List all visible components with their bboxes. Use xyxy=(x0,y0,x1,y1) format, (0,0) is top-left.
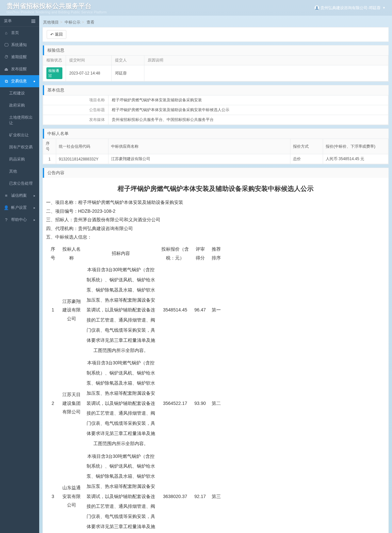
back-panel: ↶ 返回 xyxy=(42,27,389,42)
cell: 第二 xyxy=(208,357,224,450)
cell: 本项目含3台30吨燃气锅炉（含控制系统）、锅炉送风机、锅炉给水泵、锅炉除氧器及水… xyxy=(83,450,158,533)
menu-toggle-icon[interactable] xyxy=(31,20,35,23)
submenu-item-7[interactable]: 已发公告处理 xyxy=(0,177,39,190)
cell: 江苏天目建设集团有限公司 xyxy=(60,357,83,450)
cell: 江苏豪翔建设有限公司 xyxy=(108,154,290,164)
menu-icon: 🖵 xyxy=(4,43,8,47)
sidebar-item-4[interactable]: ⧉交易信息● xyxy=(0,75,39,87)
cell: 93.90 xyxy=(192,357,208,450)
verify-title: 核验信息 xyxy=(43,45,388,55)
menu-icon: ⏱ xyxy=(4,55,8,59)
menu-icon: ⌂ xyxy=(4,31,8,35)
sidebar-item-0[interactable]: ⌂首页 xyxy=(0,27,39,39)
cell: 江苏豪翔建设有限公司 xyxy=(60,263,83,357)
basic-media: 贵州省招标投标公共服务平台、中国招标投标公共服务平台 xyxy=(108,115,388,125)
basic-panel: 基本信息 项目名称柑子坪锅炉房燃气锅炉本体安装及辅助设备采购安装 公告标题柑子坪… xyxy=(42,85,389,125)
user-name: 贵州弘典建设咨询有限公司-邓廷蓉 xyxy=(320,5,381,11)
verify-submitter: 邓廷蓉 xyxy=(112,65,144,81)
menu-label: 交易信息 xyxy=(11,78,27,84)
verify-panel: 核验信息 核验状态 提交时间 提交人 原因说明 核验通过 2023-07-12 … xyxy=(42,45,389,82)
verify-reason xyxy=(144,65,388,81)
caret-down-icon: ▼ xyxy=(383,6,385,9)
bidder-col: 中标供应商名称 xyxy=(108,139,290,154)
cand-col: 投标人名称 xyxy=(60,243,83,263)
basic-title-label: 公告标题 xyxy=(43,105,108,115)
basic-name: 柑子坪锅炉房燃气锅炉本体安装及辅助设备采购安装 xyxy=(108,95,388,105)
sidebar-item-7[interactable]: ?帮助中心▸ xyxy=(0,214,39,226)
chevron-icon: ▸ xyxy=(34,218,35,222)
cand-col: 序号 xyxy=(46,243,60,263)
cell: 总价 xyxy=(290,154,323,164)
crumb-b[interactable]: 中标公示 xyxy=(65,20,80,25)
app-title: 贵州省招标投标公共服务平台 xyxy=(7,2,107,10)
chevron-icon: ● xyxy=(33,79,35,83)
cell: 92.17 xyxy=(192,450,208,533)
bidders-table: 序号统一社会信用代码中标供应商名称报价方式报价(中标价、下浮率或费率) 1913… xyxy=(43,139,388,164)
status-badge: 核验通过 xyxy=(46,67,62,79)
menu-icon: ? xyxy=(4,218,8,222)
chevron-icon: ▸ xyxy=(34,206,35,209)
verify-table: 核验状态 提交时间 提交人 原因说明 核验通过 2023-07-12 14:48… xyxy=(43,55,388,81)
content-panel: 公告内容 柑子坪锅炉房燃气锅炉本体安装及辅助设备采购安装中标候选人公示 一、项目… xyxy=(42,168,389,533)
sidebar-item-2[interactable]: ⏱逾期提醒 xyxy=(0,51,39,63)
table-row: 2江苏天目建设集团有限公司本项目含3台30吨燃气锅炉（含控制系统）、锅炉送风机、… xyxy=(46,357,224,450)
bidders-title: 中标人名单 xyxy=(43,129,388,139)
doc-title: 柑子坪锅炉房燃气锅炉本体安装及辅助设备采购安装中标候选人公示 xyxy=(46,182,385,195)
menu-header: 菜单 xyxy=(0,16,39,27)
submenu-item-0[interactable]: 工程建设 xyxy=(0,87,39,99)
verify-col-time: 提交时间 xyxy=(66,56,112,65)
submenu-item-6[interactable]: 其他 xyxy=(0,165,39,177)
back-label: 返回 xyxy=(55,32,63,37)
bidder-col: 统一社会信用代码 xyxy=(56,139,108,154)
verify-status-cell: 核验通过 xyxy=(43,65,66,81)
bidders-panel: 中标人名单 序号统一社会信用代码中标供应商名称报价方式报价(中标价、下浮率或费率… xyxy=(42,128,389,164)
crumb-a[interactable]: 其他项目 xyxy=(43,20,59,25)
cand-col: 评审得分 xyxy=(192,243,208,263)
cell: 3548514.45 xyxy=(158,263,192,357)
sidebar-item-3[interactable]: ⏏发布提醒 xyxy=(0,63,39,75)
menu-icon: ⏏ xyxy=(4,67,8,72)
submenu-item-5[interactable]: 药品采购 xyxy=(0,153,39,165)
submenu-item-4[interactable]: 国有产权交易 xyxy=(0,141,39,153)
basic-name-label: 项目名称 xyxy=(43,95,108,105)
user-menu[interactable]: 贵州弘典建设咨询有限公司-邓廷蓉 ▼ xyxy=(315,5,385,11)
cell: 山东益通安装有限公司 xyxy=(60,450,83,533)
basic-title-val: 柑子坪锅炉房燃气锅炉本体安装及辅助设备采购安装中标候选人公示 xyxy=(108,105,388,115)
menu-label: 首页 xyxy=(11,30,19,36)
verify-time: 2023-07-12 14:48 xyxy=(66,65,112,81)
cell: 第三 xyxy=(208,450,224,533)
crumb-c[interactable]: 查看 xyxy=(87,20,94,25)
back-arrow-icon: ↶ xyxy=(50,32,54,37)
cell: 96.47 xyxy=(192,263,208,357)
table-row: 191320118142888332Y江苏豪翔建设有限公司总价人民币 35485… xyxy=(43,154,388,164)
back-button[interactable]: ↶ 返回 xyxy=(47,30,66,39)
bidder-col: 报价方式 xyxy=(290,139,323,154)
doc-l4: 四、代理机构：贵州弘典建设咨询有限公司 xyxy=(46,224,385,233)
menu-icon: ⧉ xyxy=(4,79,8,84)
sidebar: 菜单 ⌂首页🖵系统通知⏱逾期提醒⏏发布提醒⧉交易信息●工程建设政府采购土地使用权… xyxy=(0,16,39,533)
cell: 人民币 3548514.45 元 xyxy=(323,154,388,164)
bidder-col: 报价(中标价、下浮率或费率) xyxy=(323,139,388,154)
app-subtitle: GuiZhou Province Tendering and Bidding P… xyxy=(7,10,107,14)
submenu-item-3[interactable]: 矿业权出让 xyxy=(0,129,39,141)
submenu-item-1[interactable]: 政府采购 xyxy=(0,99,39,111)
cell: 1 xyxy=(43,154,56,164)
basic-media-label: 发布媒体 xyxy=(43,115,108,125)
table-row: 3山东益通安装有限公司本项目含3台30吨燃气锅炉（含控制系统）、锅炉送风机、锅炉… xyxy=(46,450,224,533)
cand-col: 投标报价（含税：元） xyxy=(158,243,192,263)
doc-l1: 一、项目名称：柑子坪锅炉房燃气锅炉本体安装及辅助设备采购安装 xyxy=(46,198,385,207)
submenu-item-2[interactable]: 土地使用权出让 xyxy=(0,111,39,129)
cell: 本项目含3台30吨燃气锅炉（含控制系统）、锅炉送风机、锅炉给水泵、锅炉除氧器及水… xyxy=(83,263,158,357)
cand-col: 推荐排序 xyxy=(208,243,224,263)
table-row: 1江苏豪翔建设有限公司本项目含3台30吨燃气锅炉（含控制系统）、锅炉送风机、锅炉… xyxy=(46,263,224,357)
basic-table: 项目名称柑子坪锅炉房燃气锅炉本体安装及辅助设备采购安装 公告标题柑子坪锅炉房燃气… xyxy=(43,95,388,125)
cell: 1 xyxy=(46,263,60,357)
doc-l3: 三、招标人：贵州茅台酒股份有限公司和义兴酒业分公司 xyxy=(46,215,385,224)
sidebar-item-6[interactable]: 👤帐户设置▸ xyxy=(0,202,39,214)
menu-label: 系统通知 xyxy=(11,42,27,48)
sidebar-item-5[interactable]: ≡诚信档案▸ xyxy=(0,190,39,202)
chevron-icon: ▸ xyxy=(34,194,35,197)
menu-label: 逾期提醒 xyxy=(11,54,27,60)
sidebar-item-1[interactable]: 🖵系统通知 xyxy=(0,39,39,51)
bidder-col: 序号 xyxy=(43,139,56,154)
